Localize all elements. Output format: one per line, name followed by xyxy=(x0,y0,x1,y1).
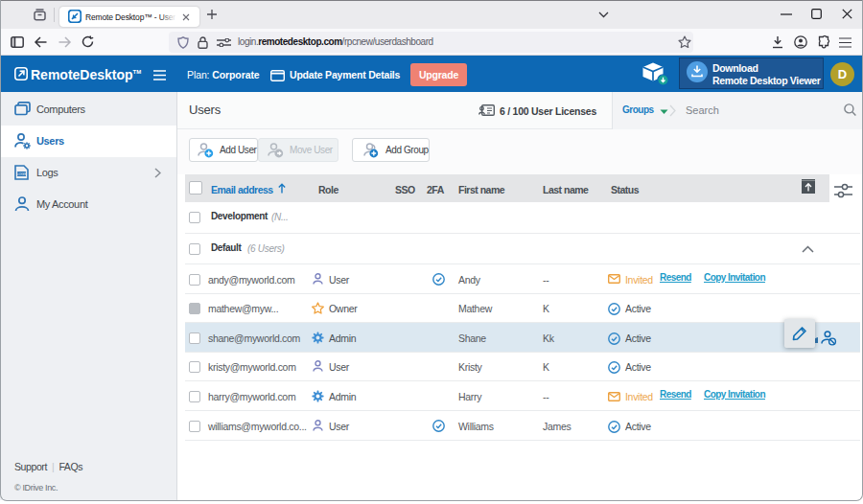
svg-text:LOGS: LOGS xyxy=(17,172,28,176)
